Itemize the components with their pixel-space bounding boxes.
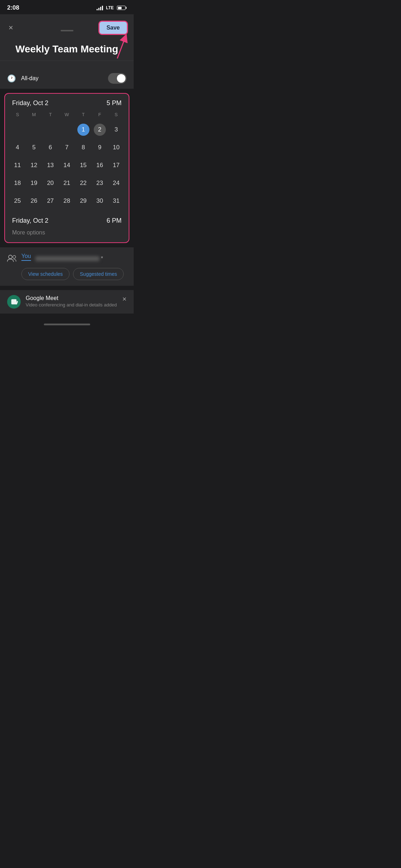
meet-content: Google Meet Video conferencing and dial-…: [26, 295, 117, 308]
calendar-grid: S M T W T F S 1 2 3 4 5 6 7 8 9 10: [5, 110, 129, 213]
attendees-content: You * View schedules Suggested times: [21, 253, 127, 280]
home-bar: [44, 324, 90, 325]
cal-cell-6[interactable]: 6: [42, 139, 58, 156]
cal-cell-26[interactable]: 26: [26, 192, 42, 210]
attendees-icon: [7, 254, 16, 264]
cal-cell-empty: [58, 121, 75, 139]
day-header-wed: W: [58, 110, 75, 119]
event-title[interactable]: Weekly Team Meeting: [7, 43, 127, 55]
cal-cell-21[interactable]: 21: [58, 174, 75, 192]
cal-cell-1[interactable]: 1: [75, 121, 92, 139]
svg-point-2: [9, 255, 12, 259]
google-meet-icon: [10, 298, 18, 306]
cal-cell-9[interactable]: 9: [92, 139, 108, 156]
calendar-row-4: 18 19 20 21 22 23 24: [9, 174, 124, 192]
cal-cell-24[interactable]: 24: [108, 174, 124, 192]
end-date-label: Friday, Oct 2: [12, 217, 48, 224]
status-bar: 2:08 LTE: [0, 0, 134, 14]
google-meet-icon-container: [7, 295, 21, 309]
all-day-row: 🕐 All-day: [0, 68, 134, 89]
battery-icon: [117, 6, 127, 10]
cal-cell-31[interactable]: 31: [108, 192, 124, 210]
meet-subtitle: Video conferencing and dial-in details a…: [26, 302, 117, 308]
calendar-row-5: 25 26 27 28 29 30 31: [9, 192, 124, 210]
clock-icon: 🕐: [7, 74, 16, 83]
asterisk: *: [101, 255, 103, 262]
attendees-section: You * View schedules Suggested times: [0, 247, 134, 286]
cal-cell-22[interactable]: 22: [75, 174, 92, 192]
calendar-row-3: 11 12 13 14 15 16 17: [9, 156, 124, 174]
calendar-row-2: 4 5 6 7 8 9 10: [9, 139, 124, 156]
cal-cell-15[interactable]: 15: [75, 156, 92, 174]
cal-cell-14[interactable]: 14: [58, 156, 75, 174]
svg-point-3: [13, 255, 16, 258]
calendar-section: Friday, Oct 2 5 PM S M T W T F S 1 2 3 4…: [4, 93, 129, 243]
view-schedules-button[interactable]: View schedules: [21, 268, 70, 280]
cal-cell-2[interactable]: 2: [92, 121, 108, 139]
cal-cell-empty: [26, 121, 42, 139]
calendar-header: S M T W T F S: [9, 110, 124, 119]
cal-cell-28[interactable]: 28: [58, 192, 75, 210]
cal-cell-12[interactable]: 12: [26, 156, 42, 174]
day-header-fri: F: [92, 110, 108, 119]
google-meet-section: Google Meet Video conferencing and dial-…: [0, 290, 134, 314]
status-icons: LTE: [97, 5, 127, 10]
cal-cell-8[interactable]: 8: [75, 139, 92, 156]
meet-title: Google Meet: [26, 295, 117, 301]
start-date-label: Friday, Oct 2: [12, 99, 48, 107]
toggle-knob: [117, 74, 125, 83]
close-button[interactable]: ×: [6, 22, 16, 33]
all-day-label: All-day: [21, 75, 103, 82]
cal-cell-4[interactable]: 4: [9, 139, 26, 156]
day-header-thu: T: [75, 110, 92, 119]
more-options[interactable]: More options: [5, 226, 129, 242]
cal-cell-empty: [42, 121, 58, 139]
home-indicator: [0, 321, 134, 327]
cal-cell-5[interactable]: 5: [26, 139, 42, 156]
day-header-sun: S: [9, 110, 26, 119]
cal-cell-23[interactable]: 23: [92, 174, 108, 192]
cal-cell-10[interactable]: 10: [108, 139, 124, 156]
cal-cell-27[interactable]: 27: [42, 192, 58, 210]
cal-cell-18[interactable]: 18: [9, 174, 26, 192]
cal-cell-19[interactable]: 19: [26, 174, 42, 192]
cal-cell-30[interactable]: 30: [92, 192, 108, 210]
cal-cell-16[interactable]: 16: [92, 156, 108, 174]
top-bar: × Save: [0, 18, 134, 38]
cal-cell-11[interactable]: 11: [9, 156, 26, 174]
signal-bars-icon: [97, 6, 103, 10]
all-day-toggle[interactable]: [108, 73, 127, 84]
end-time-label: 6 PM: [107, 217, 122, 224]
suggested-times-button[interactable]: Suggested times: [73, 268, 124, 280]
attendee-actions: View schedules Suggested times: [21, 268, 127, 280]
calendar-row-1: 1 2 3: [9, 121, 124, 139]
lte-label: LTE: [106, 5, 114, 10]
start-date-time-row[interactable]: Friday, Oct 2 5 PM: [5, 94, 129, 110]
end-date-time-row[interactable]: Friday, Oct 2 6 PM: [5, 213, 129, 226]
cal-cell-17[interactable]: 17: [108, 156, 124, 174]
day-header-tue: T: [42, 110, 58, 119]
cal-cell-13[interactable]: 13: [42, 156, 58, 174]
cal-cell-29[interactable]: 29: [75, 192, 92, 210]
meet-close-button[interactable]: ×: [122, 295, 127, 303]
you-tab[interactable]: You: [21, 253, 31, 261]
cal-cell-20[interactable]: 20: [42, 174, 58, 192]
cal-cell-3[interactable]: 3: [108, 121, 124, 139]
email-blurred: [35, 256, 99, 261]
day-header-sat: S: [108, 110, 124, 119]
cal-cell-empty: [9, 121, 26, 139]
day-header-mon: M: [26, 110, 42, 119]
status-time: 2:08: [7, 4, 19, 11]
title-section: Weekly Team Meeting: [0, 38, 134, 68]
save-button[interactable]: Save: [98, 21, 128, 35]
cal-cell-25[interactable]: 25: [9, 192, 26, 210]
start-time-label: 5 PM: [107, 99, 122, 107]
divider: [0, 61, 134, 61]
drag-handle[interactable]: [61, 30, 73, 31]
cal-cell-7[interactable]: 7: [58, 139, 75, 156]
top-bar-wrapper: × Save: [0, 14, 134, 38]
